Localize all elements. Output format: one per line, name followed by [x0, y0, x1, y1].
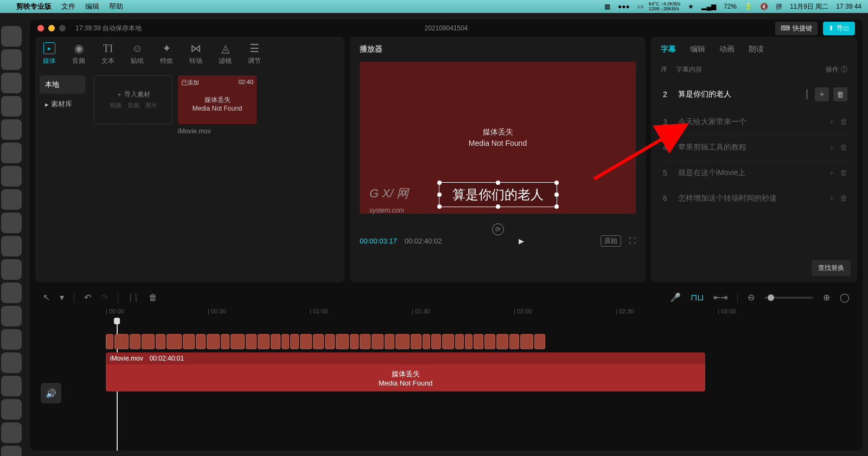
delete-icon[interactable]: 🗑 [840, 194, 847, 203]
tab-effect[interactable]: ✦特效 [160, 42, 173, 66]
rotate-icon[interactable]: ⟳ [492, 223, 504, 235]
grid-icon[interactable]: ▦ [604, 3, 610, 10]
export-button[interactable]: ⬆ 导出 [823, 22, 855, 35]
timeline-tracks[interactable]: 🔊 iMovie.mov00:02:40:01 媒体丢失Media Not Fo… [41, 319, 857, 451]
add-icon[interactable]: ＋ [828, 117, 835, 127]
keyboard-icon: ⌨ [781, 24, 790, 32]
preview-canvas[interactable]: 媒体丢失Media Not Found 算是你们的老人 G X/ 网system… [360, 62, 636, 214]
tab-read[interactable]: 朗读 [749, 44, 764, 54]
undo-icon[interactable]: ↶ [84, 292, 91, 303]
dock-app[interactable] [1, 26, 22, 47]
shortcut-button[interactable]: ⌨ 快捷键 [775, 22, 818, 35]
star-icon[interactable]: ★ [688, 3, 694, 10]
dock-app[interactable] [1, 446, 22, 456]
delete-icon[interactable]: 🗑 [840, 117, 847, 127]
dock-app[interactable] [1, 73, 22, 93]
tab-text[interactable]: TI文本 [101, 42, 114, 66]
subtitle-track[interactable] [106, 334, 705, 349]
import-button[interactable]: ＋ 导入素材 视频、音频、图片 [94, 75, 173, 124]
menu-file[interactable]: 文件 [61, 2, 75, 11]
video-track[interactable]: iMovie.mov00:02:40:01 媒体丢失Media Not Foun… [106, 352, 705, 391]
add-icon[interactable]: ＋ [828, 168, 835, 178]
subtitle-row[interactable]: 3 今天给大家带来一个 ＋🗑 [658, 109, 851, 134]
delete-icon[interactable]: 🗑 [149, 293, 157, 303]
dock-app[interactable] [1, 306, 22, 326]
subtitle-row[interactable]: 5 就是在这个iMovie上 ＋🗑 [658, 160, 851, 185]
app-name[interactable]: 剪映专业版 [16, 2, 52, 11]
preview-title: 播放器 [350, 37, 646, 62]
tab-audio[interactable]: ◉音频 [72, 42, 85, 66]
play-button[interactable]: ▶ [519, 237, 524, 245]
add-icon[interactable]: ＋ [828, 143, 835, 152]
select-tool-icon[interactable]: ↖ [43, 292, 50, 303]
minimize-icon[interactable] [48, 25, 55, 31]
dock-app[interactable] [1, 329, 22, 350]
delete-icon[interactable]: 🗑 [840, 168, 847, 178]
zoom-in-icon[interactable]: ⊕ [823, 292, 830, 303]
dock-app[interactable] [1, 143, 22, 163]
redo-icon[interactable]: ↷ [101, 292, 108, 303]
subtitle-row[interactable]: 6 怎样增加这个转场时间的秒速 ＋🗑 [658, 185, 851, 211]
tab-subtitle[interactable]: 字幕 [661, 44, 676, 54]
tab-edit[interactable]: 编辑 [690, 44, 705, 54]
right-tabs: 字幕 编辑 动画 朗读 [651, 37, 857, 62]
tool-dropdown-icon[interactable]: ▾ [60, 292, 64, 303]
tab-media[interactable]: ▸媒体 [43, 42, 56, 66]
add-subtitle-button[interactable]: ＋ [815, 87, 829, 101]
delete-icon[interactable]: 🗑 [840, 143, 847, 152]
subtitle-row[interactable]: 2 算是你们的老人 ＋🗑 [658, 80, 851, 109]
maximize-icon[interactable] [59, 25, 66, 31]
aspect-button[interactable]: 原始 [601, 235, 621, 247]
dock-app[interactable] [1, 352, 22, 373]
dock-app[interactable] [1, 236, 22, 256]
tab-transition[interactable]: ⋈转场 [189, 42, 202, 66]
dock-app[interactable] [1, 96, 22, 117]
audio-track-icon[interactable]: 🔊 [41, 383, 61, 403]
dock-app[interactable] [1, 259, 22, 280]
signal-icon[interactable]: ▂▄▆ [701, 3, 716, 10]
tab-sticker[interactable]: ☺贴纸 [131, 42, 144, 66]
media-item[interactable]: 已添加02:40 媒体丢失Media Not Found iMovie.mov [178, 75, 257, 135]
timeline-toolbar: ↖ ▾ ↶ ↷ ⎰⎱ 🗑 🎤 ⊓⊔ ⇤⇥ ⊖ ⊕ ◯ [35, 288, 857, 307]
menu-help[interactable]: 帮助 [109, 2, 123, 11]
mic-icon[interactable]: 🎤 [670, 292, 681, 303]
tab-adjust[interactable]: ☰调节 [248, 42, 261, 66]
zoom-fit-icon[interactable]: ◯ [840, 292, 850, 303]
dock-app[interactable] [1, 422, 22, 443]
info-icon[interactable]: ⓘ [841, 65, 847, 74]
dock-app[interactable] [1, 49, 22, 70]
tab-filter[interactable]: ◬滤镜 [219, 42, 232, 66]
display-icon[interactable]: ▭ [637, 3, 643, 10]
zoom-out-icon[interactable]: ⊖ [748, 292, 755, 303]
dock-app[interactable] [1, 399, 22, 420]
dock-app[interactable] [1, 166, 22, 187]
close-icon[interactable] [37, 25, 44, 31]
find-replace-button[interactable]: 查找替换 [812, 260, 851, 276]
zoom-slider[interactable] [764, 297, 813, 299]
split-icon[interactable]: ⎰⎱ [128, 293, 139, 303]
caption-overlay[interactable]: 算是你们的老人 [439, 182, 557, 207]
add-icon[interactable]: ＋ [828, 194, 835, 203]
subtitle-row[interactable]: 4 苹果剪辑工具的教程 ＋🗑 [658, 134, 851, 160]
tab-animation[interactable]: 动画 [719, 44, 735, 54]
volume-icon[interactable]: 🔇 [760, 3, 768, 10]
sidebar-local[interactable]: 本地 [40, 75, 85, 94]
magnet-icon[interactable]: ⊓⊔ [691, 292, 704, 303]
fullscreen-icon[interactable]: ⛶ [629, 237, 636, 245]
dock-app[interactable] [1, 282, 22, 303]
dock-app[interactable] [1, 213, 22, 233]
sidebar-library[interactable]: ▸素材库 [40, 95, 85, 113]
input-icon[interactable]: 拼 [776, 2, 782, 11]
mac-menubar: 剪映专业版 文件 编辑 帮助 ▦ ●●● ▭ 64°C ↑4.0KB/s 129… [0, 0, 868, 13]
menu-edit[interactable]: 编辑 [85, 2, 99, 11]
delete-subtitle-button[interactable]: 🗑 [833, 87, 847, 101]
media-sidebar: 本地 ▸素材库 [35, 71, 90, 282]
subtitle-text-active[interactable]: 算是你们的老人 [678, 89, 806, 99]
timeline-ruler[interactable]: | 00:00| 00:30| 01:00| 01:30| 02:00| 02:… [106, 307, 857, 319]
dots-icon[interactable]: ●●● [618, 3, 630, 10]
link-icon[interactable]: ⇤⇥ [713, 292, 727, 303]
dock-app[interactable] [1, 119, 22, 140]
subtitle-panel: 字幕 编辑 动画 朗读 序 字幕内容 操作 ⓘ 2 算是你们的老人 ＋🗑 3 [651, 37, 857, 282]
dock-app[interactable] [1, 376, 22, 396]
dock-app[interactable] [1, 189, 22, 210]
